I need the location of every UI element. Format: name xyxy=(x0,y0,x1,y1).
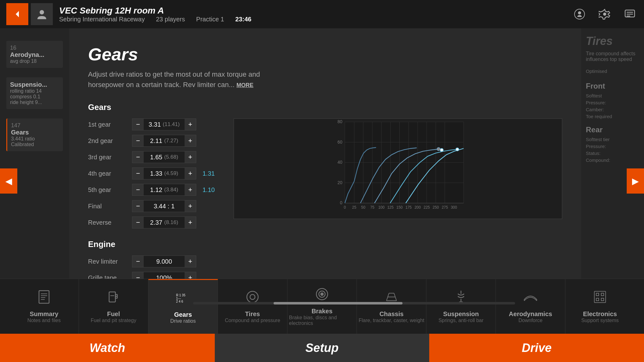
nav-sub-aerodynamics: Downforce xyxy=(519,318,542,323)
user-button[interactable] xyxy=(31,3,53,25)
nav-sub-gears: Drive ratios xyxy=(170,318,196,324)
summary-icon xyxy=(36,289,52,307)
sidebar-val: 3.441 ratioCalibrated xyxy=(11,136,59,147)
nav-title-suspension: Suspension xyxy=(443,310,479,318)
settings-icon-button[interactable] xyxy=(597,6,613,22)
engine-increment-revlimiter[interactable]: + xyxy=(185,256,196,267)
optimised-label: Optimised xyxy=(586,69,639,74)
svg-text:225: 225 xyxy=(424,205,430,210)
gears-icon: R 1 35 1--- 2 4 6 xyxy=(175,290,191,308)
front-section-label: Front xyxy=(586,82,639,90)
setup-tab-label: Setup xyxy=(305,341,339,355)
nav-title-aerodynamics: Aerodynamics xyxy=(509,310,552,318)
chevron-left-icon: ◀ xyxy=(5,176,12,186)
svg-text:2 4 6: 2 4 6 xyxy=(176,300,183,303)
engine-section-title: Engine xyxy=(88,239,215,249)
svg-text:275: 275 xyxy=(442,205,448,210)
page-description: Adjust drive ratios to get the most out … xyxy=(88,69,292,90)
prev-section-button[interactable]: ◀ xyxy=(0,168,17,194)
gear-decrement-4[interactable]: − xyxy=(132,168,144,179)
gear-decrement-5[interactable]: − xyxy=(132,184,144,195)
gear-decrement-3[interactable]: − xyxy=(132,151,144,163)
gear-increment-2[interactable]: + xyxy=(185,135,196,146)
fuel-icon xyxy=(106,289,121,307)
gear-ratio-chart: 0 20 40 60 80 0 25 50 75 100 125 150 175… xyxy=(234,118,562,219)
right-sidebar-sub: Tire compound affectsinfluences top spee… xyxy=(586,51,639,62)
nav-item-chassis[interactable]: Chassis Flare, trackbar, caster, weight xyxy=(357,279,426,334)
svg-text:300: 300 xyxy=(451,205,457,210)
gear-value-final: 3.44 : 1 xyxy=(144,200,185,212)
gear-row-5: 5th gear − 1.12 (3.84) + 1.10 xyxy=(88,184,215,196)
sidebar-val: avg drop 18 xyxy=(10,58,59,64)
gear-input-3: − 1.65 (5.68) + xyxy=(132,151,196,163)
nav-item-summary[interactable]: Summary Notes and files xyxy=(9,279,79,334)
header-title: VEC Sebring 12H room A Sebring Internati… xyxy=(59,6,261,23)
gear-label-3: 3rd gear xyxy=(88,154,129,161)
gear-increment-3[interactable]: + xyxy=(185,151,196,163)
chat-icon-button[interactable] xyxy=(622,6,638,22)
chart-svg: 0 20 40 60 80 0 25 50 75 100 125 150 175… xyxy=(234,119,562,219)
nav-sub-fuel: Fuel and pit strategy xyxy=(91,318,136,323)
nav-item-fuel[interactable]: Fuel Fuel and pit strategy xyxy=(79,279,148,334)
gear-increment-5[interactable]: + xyxy=(185,184,196,195)
nav-item-gears[interactable]: R 1 35 1--- 2 4 6 Gears Drive ratios xyxy=(148,279,218,334)
gear-row-final: Final − 3.44 : 1 + xyxy=(88,200,215,212)
svg-point-62 xyxy=(250,294,255,299)
setup-tab[interactable]: Setup xyxy=(215,334,430,362)
gear-label-1: 1st gear xyxy=(88,121,129,128)
nav-item-aerodynamics[interactable]: Aerodynamics Downforce xyxy=(496,279,565,334)
engine-decrement-revlimiter[interactable]: − xyxy=(132,256,144,267)
nav-item-electronics[interactable]: Electronics Support systems xyxy=(565,279,635,334)
svg-rect-79 xyxy=(596,298,599,301)
gear-increment-final[interactable]: + xyxy=(185,200,196,212)
scrollbar-thumb[interactable] xyxy=(274,302,402,304)
gear-input-2: − 2.11 (7.27) + xyxy=(132,135,196,147)
svg-text:20: 20 xyxy=(337,180,342,185)
svg-rect-49 xyxy=(39,291,49,303)
sidebar-item-aerodynamics[interactable]: 16 Aerodyna... avg drop 18 xyxy=(6,41,63,68)
header: VEC Sebring 12H room A Sebring Internati… xyxy=(0,0,644,28)
session-type: Practice 1 xyxy=(196,16,224,23)
svg-text:250: 250 xyxy=(433,205,439,210)
engine-row-revlimiter: Rev limiter − 9.000 + xyxy=(88,255,215,267)
back-button[interactable] xyxy=(6,3,28,25)
gear-increment-reverse[interactable]: + xyxy=(185,217,196,228)
nav-item-brakes[interactable]: Brakes Brake bias, discs and electronics xyxy=(287,279,357,334)
gear-input-4: − 1.33 (4.59) + xyxy=(132,167,196,179)
gear-row-2: 2nd gear − 2.11 (7.27) + xyxy=(88,135,215,147)
sidebar-num: 147 xyxy=(11,122,59,129)
nav-item-tires[interactable]: Tires Compound and pressure xyxy=(218,279,287,334)
bottom-nav: Summary Notes and files Fuel Fuel and pi… xyxy=(0,279,644,334)
more-link[interactable]: MORE xyxy=(236,82,253,88)
svg-point-61 xyxy=(247,291,258,303)
gear-increment-1[interactable]: + xyxy=(185,119,196,130)
nav-sub-brakes: Brake bias, discs and electronics xyxy=(289,315,355,326)
sidebar-title: Gears xyxy=(11,129,59,136)
gear-value-2: 2.11 (7.27) xyxy=(144,135,185,146)
bottom-scrollbar[interactable] xyxy=(193,302,515,304)
gear-label-5: 5th gear xyxy=(88,186,129,194)
gear-increment-4[interactable]: + xyxy=(185,168,196,179)
nav-item-suspension[interactable]: Suspension Springs, anti-roll bar xyxy=(426,279,496,334)
svg-text:125: 125 xyxy=(387,205,394,210)
right-sidebar: Tires Tire compound affectsinfluences to… xyxy=(581,28,644,305)
next-section-button[interactable]: ▶ xyxy=(627,168,644,194)
profile-icon-button[interactable] xyxy=(572,6,587,22)
gear-decrement-1[interactable]: − xyxy=(132,119,144,130)
svg-text:0: 0 xyxy=(340,200,342,205)
front-row-2: Camber: xyxy=(586,107,639,112)
gear-decrement-reverse[interactable]: − xyxy=(132,217,144,228)
gear-value-reverse: 2.37 (8.16) xyxy=(144,217,185,228)
sidebar-item-gears[interactable]: 147 Gears 3.441 ratioCalibrated xyxy=(6,118,63,151)
gear-decrement-final[interactable]: − xyxy=(132,200,144,212)
sidebar-item-suspension[interactable]: Suspensio... rolling ratio 14compress 0.… xyxy=(6,77,63,109)
tires-icon xyxy=(245,289,260,307)
gears-controls: 1st gear − 3.31 (11.41) + 2nd gear − 2.1… xyxy=(88,118,215,305)
rear-row-0: Softtest tier xyxy=(586,137,639,142)
drive-tab[interactable]: Drive xyxy=(429,334,644,362)
front-row-1: Pressure: xyxy=(586,100,639,105)
chassis-icon xyxy=(384,289,399,307)
gear-decrement-2[interactable]: − xyxy=(132,135,144,146)
right-sidebar-title: Tires xyxy=(586,35,639,48)
watch-tab[interactable]: Watch xyxy=(0,334,215,362)
